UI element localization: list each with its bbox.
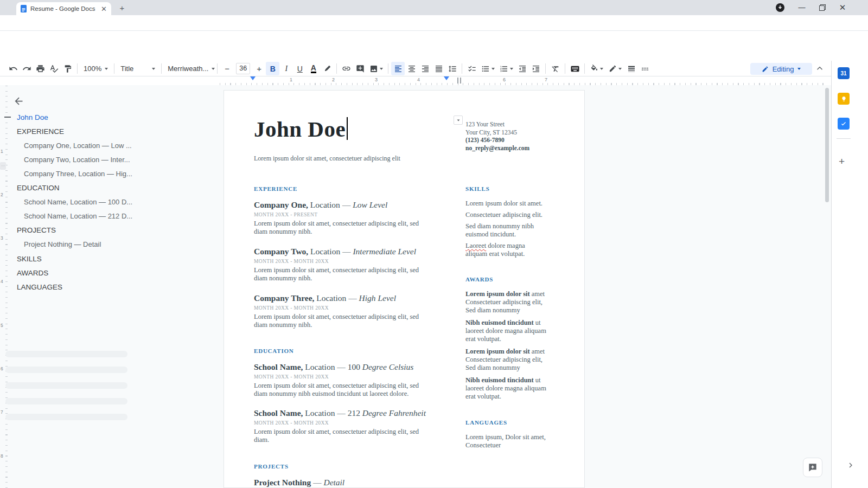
zoom-select[interactable]: 100%	[80, 65, 111, 73]
projects-heading: PROJECTS	[254, 463, 431, 470]
outline-item-projects[interactable]: PROJECTS	[17, 226, 56, 234]
resume-right-column: SKILLS Lorem ipsum dolor sit amet. Conse…	[465, 185, 548, 450]
increase-indent-button[interactable]	[529, 62, 542, 75]
paint-format-button[interactable]	[61, 62, 74, 75]
clear-formatting-button[interactable]	[548, 62, 562, 75]
resume-subtitle: Lorem ipsum dolor sit amet, consectetuer…	[254, 155, 400, 163]
side-panel	[831, 61, 868, 488]
add-comment-button[interactable]	[353, 62, 367, 75]
outline-item-school-one[interactable]: School Name, Location — 100 D...	[24, 198, 132, 206]
border-color-button[interactable]	[606, 62, 624, 75]
outline-item-school-two[interactable]: School Name, Location — 212 D...	[24, 212, 132, 220]
insert-image-button[interactable]	[367, 62, 385, 75]
close-outline-button[interactable]	[13, 95, 24, 107]
print-button[interactable]	[34, 62, 47, 75]
left-indent-marker[interactable]	[250, 76, 256, 80]
hide-menus-button[interactable]	[815, 63, 825, 73]
bulleted-list-button[interactable]	[478, 62, 497, 75]
fill-color-button[interactable]	[588, 62, 606, 75]
comment-chip-caret-icon	[457, 119, 459, 121]
new-tab-button[interactable]: +	[117, 3, 127, 13]
award-item: Lorem ipsum dolor sit amet Consectetuer …	[465, 348, 548, 372]
font-select[interactable]: Merriweath...	[164, 65, 214, 73]
tasks-icon[interactable]	[838, 118, 850, 130]
outline-item-company-three[interactable]: Company Three, Location — Hig...	[24, 170, 132, 178]
browser-tab[interactable]: Resume - Google Docs ✕	[16, 2, 111, 15]
ghost-bar	[5, 414, 127, 420]
outline-item-education[interactable]: EDUCATION	[17, 184, 60, 192]
outline-item-awards[interactable]: AWARDS	[17, 269, 48, 277]
align-right-button[interactable]	[418, 62, 432, 75]
highlight-color-button[interactable]	[320, 62, 334, 75]
font-caret-icon	[212, 68, 215, 70]
contact-city: Your City, ST 12345	[465, 129, 547, 137]
line-spacing-button[interactable]	[445, 62, 459, 75]
skill-item: Lorem ipsum dolor sit amet.	[465, 200, 548, 208]
image-caret-icon	[380, 68, 383, 70]
align-left-button[interactable]	[391, 62, 405, 75]
toolbar-row: 100% Title Merriweath... − 36 + B I U A	[7, 61, 652, 76]
ghost-bar	[5, 398, 127, 404]
styles-caret-icon	[152, 68, 155, 70]
outline-item-skills[interactable]: SKILLS	[17, 255, 42, 263]
text-cursor	[347, 117, 348, 140]
undo-button[interactable]	[7, 62, 20, 75]
insert-link-button[interactable]	[340, 62, 353, 75]
browser-url-bar: docs.google.com/document/d/1KBsqUtkSgMRG…	[0, 15, 868, 31]
hide-side-panel-button[interactable]	[846, 461, 855, 470]
ruler-handle[interactable]: ⋯	[0, 162, 6, 170]
collapsed-comment-chip[interactable]	[454, 115, 463, 125]
italic-button[interactable]: I	[279, 62, 293, 75]
docs-file-icon	[21, 5, 27, 12]
education-heading: EDUCATION	[254, 348, 431, 354]
experience-entry: Company Three, Location — High Level MON…	[254, 293, 431, 329]
outline-item-company-one[interactable]: Company One, Location — Low ...	[24, 142, 132, 150]
increase-font-size-button[interactable]: +	[252, 62, 266, 75]
skill-item: Laoreet dolore magna aliquam erat volutp…	[465, 242, 548, 258]
contact-phone: (123) 456-7890	[465, 136, 547, 144]
underline-button[interactable]: U	[293, 62, 307, 75]
decrease-indent-button[interactable]	[515, 62, 529, 75]
right-indent-marker[interactable]	[444, 76, 449, 80]
keep-icon[interactable]	[838, 93, 850, 105]
window-maximize-button[interactable]	[817, 3, 828, 11]
align-center-button[interactable]	[405, 62, 418, 75]
border-width-button[interactable]	[624, 62, 638, 75]
get-addons-button[interactable]: +	[839, 156, 845, 168]
skills-heading: SKILLS	[465, 185, 548, 192]
document-page[interactable]: John Doe Lorem ipsum dolor sit amet, con…	[224, 90, 585, 488]
calendar-icon[interactable]: 31	[838, 67, 850, 79]
outline-item-john-doe[interactable]: John Doe	[17, 113, 48, 121]
resume-name-heading: John Doe	[254, 116, 348, 142]
window-close-button[interactable]: ✕	[837, 3, 848, 12]
justify-button[interactable]	[432, 62, 445, 75]
docs-header: Resume File Edit View Insert Format Tool…	[0, 31, 868, 61]
tab-title: Resume - Google Docs	[30, 5, 99, 12]
bold-button[interactable]: B	[266, 62, 279, 75]
numbered-list-button[interactable]	[497, 62, 515, 75]
document-scrollbar-thumb[interactable]	[825, 88, 829, 202]
browser-update-icon[interactable]	[775, 3, 786, 12]
experience-entry: Company Two, Location — Intermediate Lev…	[254, 246, 431, 282]
redo-button[interactable]	[20, 62, 34, 75]
explore-button[interactable]	[803, 458, 822, 477]
tab-close-icon[interactable]: ✕	[101, 5, 107, 13]
bulleted-list-caret-icon	[492, 68, 495, 70]
checklist-button[interactable]	[465, 62, 478, 75]
text-color-button[interactable]: A	[307, 62, 320, 75]
mode-select[interactable]: Editing	[750, 63, 812, 75]
outline-item-project-nothing[interactable]: Project Nothing — Detail	[24, 240, 101, 248]
input-tools-keyboard-button[interactable]	[568, 62, 582, 75]
outline-item-experience[interactable]: EXPERIENCE	[17, 127, 64, 136]
border-dash-button[interactable]	[638, 62, 652, 75]
spellcheck-button[interactable]	[47, 62, 61, 75]
decrease-font-size-button[interactable]: −	[220, 62, 234, 75]
window-minimize-button[interactable]: —	[796, 3, 807, 12]
award-item: Nibh euismod tincidunt ut laoreet dolore…	[465, 319, 548, 343]
outline-item-company-two[interactable]: Company Two, Location — Inter...	[24, 156, 130, 164]
styles-select[interactable]: Title	[117, 65, 158, 73]
award-item: Lorem ipsum dolor sit amet Consectetuer …	[465, 290, 548, 314]
contact-block: 123 Your Street Your City, ST 12345 (123…	[465, 120, 547, 152]
outline-item-languages[interactable]: LANGUAGES	[17, 283, 62, 291]
font-size-input[interactable]: 36	[236, 63, 250, 74]
